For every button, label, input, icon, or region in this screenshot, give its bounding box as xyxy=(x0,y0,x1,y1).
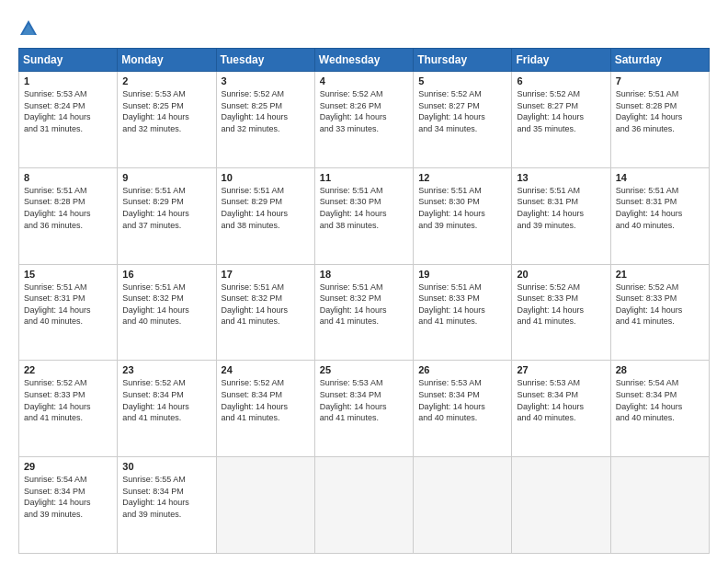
day-info: Sunrise: 5:51 AMSunset: 8:33 PMDaylight:… xyxy=(418,282,485,327)
page: SundayMondayTuesdayWednesdayThursdayFrid… xyxy=(0,0,728,563)
day-number: 14 xyxy=(616,172,704,183)
day-number: 18 xyxy=(320,269,408,280)
day-number: 29 xyxy=(24,461,112,472)
day-info: Sunrise: 5:53 AMSunset: 8:24 PMDaylight:… xyxy=(24,89,91,133)
calendar-row: 22Sunrise: 5:52 AMSunset: 8:33 PMDayligh… xyxy=(19,361,710,457)
calendar-cell: 29Sunrise: 5:54 AMSunset: 8:34 PMDayligh… xyxy=(19,457,118,554)
day-info: Sunrise: 5:53 AMSunset: 8:34 PMDaylight:… xyxy=(517,378,584,422)
day-info: Sunrise: 5:55 AMSunset: 8:34 PMDaylight:… xyxy=(122,475,189,519)
day-number: 17 xyxy=(222,269,310,280)
day-number: 5 xyxy=(418,75,506,86)
calendar-cell: 8Sunrise: 5:51 AMSunset: 8:28 PMDaylight… xyxy=(19,167,118,264)
day-info: Sunrise: 5:53 AMSunset: 8:25 PMDaylight:… xyxy=(122,89,189,133)
calendar-cell xyxy=(512,457,610,554)
day-info: Sunrise: 5:52 AMSunset: 8:34 PMDaylight:… xyxy=(122,378,189,422)
day-number: 11 xyxy=(320,172,408,183)
day-info: Sunrise: 5:51 AMSunset: 8:28 PMDaylight:… xyxy=(616,89,683,133)
calendar-row: 29Sunrise: 5:54 AMSunset: 8:34 PMDayligh… xyxy=(19,457,710,554)
day-info: Sunrise: 5:51 AMSunset: 8:29 PMDaylight:… xyxy=(122,186,189,230)
weekday-header-thursday: Thursday xyxy=(414,49,512,72)
day-number: 4 xyxy=(320,75,408,86)
day-number: 27 xyxy=(517,364,605,375)
day-number: 2 xyxy=(122,75,210,86)
weekday-header-row: SundayMondayTuesdayWednesdayThursdayFrid… xyxy=(19,49,710,72)
calendar-cell: 16Sunrise: 5:51 AMSunset: 8:32 PMDayligh… xyxy=(118,264,216,361)
day-info: Sunrise: 5:52 AMSunset: 8:33 PMDaylight:… xyxy=(616,282,683,327)
day-info: Sunrise: 5:51 AMSunset: 8:31 PMDaylight:… xyxy=(616,186,683,230)
day-number: 25 xyxy=(320,364,408,375)
day-info: Sunrise: 5:52 AMSunset: 8:27 PMDaylight:… xyxy=(517,89,584,133)
day-info: Sunrise: 5:54 AMSunset: 8:34 PMDaylight:… xyxy=(616,378,683,422)
day-number: 3 xyxy=(222,75,310,86)
day-number: 12 xyxy=(418,172,506,183)
day-info: Sunrise: 5:52 AMSunset: 8:34 PMDaylight:… xyxy=(222,378,289,422)
day-info: Sunrise: 5:53 AMSunset: 8:34 PMDaylight:… xyxy=(418,378,485,422)
calendar-cell: 20Sunrise: 5:52 AMSunset: 8:33 PMDayligh… xyxy=(512,264,610,361)
day-number: 15 xyxy=(24,269,112,280)
day-number: 8 xyxy=(24,172,112,183)
day-number: 30 xyxy=(122,461,210,472)
day-info: Sunrise: 5:51 AMSunset: 8:32 PMDaylight:… xyxy=(122,282,189,327)
calendar-cell: 10Sunrise: 5:51 AMSunset: 8:29 PMDayligh… xyxy=(216,167,314,264)
calendar-row: 15Sunrise: 5:51 AMSunset: 8:31 PMDayligh… xyxy=(19,264,710,361)
logo-icon xyxy=(18,18,39,39)
header xyxy=(18,17,710,39)
calendar-cell: 12Sunrise: 5:51 AMSunset: 8:30 PMDayligh… xyxy=(414,167,512,264)
calendar-cell: 2Sunrise: 5:53 AMSunset: 8:25 PMDaylight… xyxy=(118,72,216,168)
day-info: Sunrise: 5:51 AMSunset: 8:30 PMDaylight:… xyxy=(418,186,485,230)
day-number: 20 xyxy=(517,269,605,280)
calendar-cell: 9Sunrise: 5:51 AMSunset: 8:29 PMDaylight… xyxy=(118,167,216,264)
day-number: 1 xyxy=(24,75,112,86)
calendar-cell: 13Sunrise: 5:51 AMSunset: 8:31 PMDayligh… xyxy=(512,167,610,264)
day-number: 28 xyxy=(616,364,704,375)
weekday-header-monday: Monday xyxy=(118,49,216,72)
day-number: 7 xyxy=(616,75,704,86)
calendar-cell: 23Sunrise: 5:52 AMSunset: 8:34 PMDayligh… xyxy=(118,361,216,457)
day-info: Sunrise: 5:52 AMSunset: 8:33 PMDaylight:… xyxy=(517,282,584,327)
day-info: Sunrise: 5:51 AMSunset: 8:28 PMDaylight:… xyxy=(24,186,91,230)
day-info: Sunrise: 5:52 AMSunset: 8:33 PMDaylight:… xyxy=(24,378,91,422)
calendar-cell: 17Sunrise: 5:51 AMSunset: 8:32 PMDayligh… xyxy=(216,264,314,361)
weekday-header-friday: Friday xyxy=(512,49,610,72)
day-info: Sunrise: 5:54 AMSunset: 8:34 PMDaylight:… xyxy=(24,475,91,519)
day-number: 9 xyxy=(122,172,210,183)
day-number: 24 xyxy=(222,364,310,375)
day-number: 13 xyxy=(517,172,605,183)
calendar-cell: 19Sunrise: 5:51 AMSunset: 8:33 PMDayligh… xyxy=(414,264,512,361)
weekday-header-saturday: Saturday xyxy=(610,49,709,72)
day-info: Sunrise: 5:51 AMSunset: 8:31 PMDaylight:… xyxy=(517,186,584,230)
day-number: 16 xyxy=(122,269,210,280)
day-info: Sunrise: 5:51 AMSunset: 8:31 PMDaylight:… xyxy=(24,282,91,327)
calendar-cell: 25Sunrise: 5:53 AMSunset: 8:34 PMDayligh… xyxy=(314,361,413,457)
calendar-cell: 6Sunrise: 5:52 AMSunset: 8:27 PMDaylight… xyxy=(512,72,610,168)
calendar-cell xyxy=(610,457,709,554)
calendar-cell: 21Sunrise: 5:52 AMSunset: 8:33 PMDayligh… xyxy=(610,264,709,361)
calendar-cell xyxy=(314,457,413,554)
calendar-cell: 5Sunrise: 5:52 AMSunset: 8:27 PMDaylight… xyxy=(414,72,512,168)
calendar-cell xyxy=(414,457,512,554)
day-info: Sunrise: 5:51 AMSunset: 8:29 PMDaylight:… xyxy=(222,186,289,230)
calendar-cell: 7Sunrise: 5:51 AMSunset: 8:28 PMDaylight… xyxy=(610,72,709,168)
weekday-header-sunday: Sunday xyxy=(19,49,118,72)
day-number: 23 xyxy=(122,364,210,375)
day-info: Sunrise: 5:51 AMSunset: 8:32 PMDaylight:… xyxy=(320,282,387,327)
day-info: Sunrise: 5:51 AMSunset: 8:32 PMDaylight:… xyxy=(222,282,289,327)
day-info: Sunrise: 5:51 AMSunset: 8:30 PMDaylight:… xyxy=(320,186,387,230)
logo xyxy=(18,17,42,39)
calendar-row: 8Sunrise: 5:51 AMSunset: 8:28 PMDaylight… xyxy=(19,167,710,264)
day-info: Sunrise: 5:52 AMSunset: 8:25 PMDaylight:… xyxy=(222,89,289,133)
calendar-cell: 15Sunrise: 5:51 AMSunset: 8:31 PMDayligh… xyxy=(19,264,118,361)
weekday-header-tuesday: Tuesday xyxy=(216,49,314,72)
calendar-cell: 24Sunrise: 5:52 AMSunset: 8:34 PMDayligh… xyxy=(216,361,314,457)
day-number: 21 xyxy=(616,269,704,280)
calendar-cell xyxy=(216,457,314,554)
calendar-cell: 28Sunrise: 5:54 AMSunset: 8:34 PMDayligh… xyxy=(610,361,709,457)
day-number: 19 xyxy=(418,269,506,280)
day-number: 10 xyxy=(222,172,310,183)
calendar-cell: 14Sunrise: 5:51 AMSunset: 8:31 PMDayligh… xyxy=(610,167,709,264)
day-info: Sunrise: 5:53 AMSunset: 8:34 PMDaylight:… xyxy=(320,378,387,422)
day-number: 6 xyxy=(517,75,605,86)
calendar-cell: 27Sunrise: 5:53 AMSunset: 8:34 PMDayligh… xyxy=(512,361,610,457)
day-info: Sunrise: 5:52 AMSunset: 8:27 PMDaylight:… xyxy=(418,89,485,133)
calendar-cell: 1Sunrise: 5:53 AMSunset: 8:24 PMDaylight… xyxy=(19,72,118,168)
